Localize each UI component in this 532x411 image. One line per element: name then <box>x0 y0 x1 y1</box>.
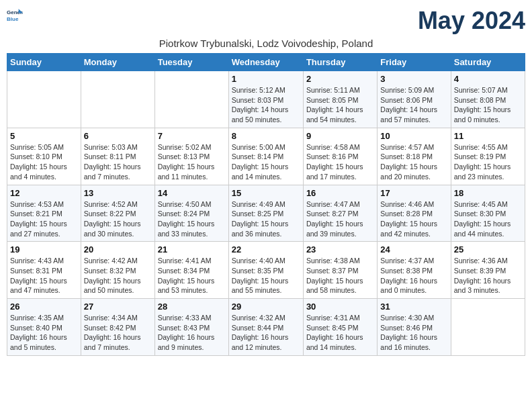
day-info: Sunrise: 4:50 AM Sunset: 8:24 PM Dayligh… <box>158 199 226 239</box>
day-number: 28 <box>158 302 226 312</box>
day-number: 6 <box>84 131 152 141</box>
day-number: 29 <box>232 302 300 312</box>
day-number: 12 <box>10 188 78 198</box>
calendar-table: SundayMondayTuesdayWednesdayThursdayFrid… <box>7 53 525 356</box>
day-number: 24 <box>380 244 447 255</box>
day-number: 19 <box>10 244 78 255</box>
title-section: May 2024 <box>418 7 525 35</box>
weekday-header: Friday <box>378 54 451 71</box>
calendar-cell: 25Sunrise: 4:36 AM Sunset: 8:39 PM Dayli… <box>451 242 525 299</box>
calendar-cell: 22Sunrise: 4:40 AM Sunset: 8:35 PM Dayli… <box>228 242 303 299</box>
day-number: 14 <box>158 188 226 198</box>
day-info: Sunrise: 4:46 AM Sunset: 8:28 PM Dayligh… <box>380 199 447 239</box>
day-info: Sunrise: 5:05 AM Sunset: 8:10 PM Dayligh… <box>10 142 78 182</box>
weekday-header: Tuesday <box>154 54 228 71</box>
day-number: 9 <box>306 131 374 141</box>
calendar-cell: 17Sunrise: 4:46 AM Sunset: 8:28 PM Dayli… <box>378 185 451 242</box>
day-info: Sunrise: 4:57 AM Sunset: 8:18 PM Dayligh… <box>380 142 447 182</box>
calendar-cell: 9Sunrise: 4:58 AM Sunset: 8:16 PM Daylig… <box>303 128 377 185</box>
day-number: 7 <box>158 131 226 141</box>
calendar-cell: 21Sunrise: 4:41 AM Sunset: 8:34 PM Dayli… <box>154 242 228 299</box>
day-info: Sunrise: 5:00 AM Sunset: 8:14 PM Dayligh… <box>232 142 300 182</box>
calendar-cell: 18Sunrise: 4:45 AM Sunset: 8:30 PM Dayli… <box>451 185 525 242</box>
day-number: 25 <box>454 244 522 255</box>
day-number: 4 <box>454 74 522 84</box>
day-info: Sunrise: 4:41 AM Sunset: 8:34 PM Dayligh… <box>158 256 226 295</box>
month-title: May 2024 <box>418 7 525 35</box>
calendar-cell <box>451 299 525 356</box>
calendar-cell: 1Sunrise: 5:12 AM Sunset: 8:03 PM Daylig… <box>228 71 303 128</box>
calendar-cell <box>154 71 228 128</box>
calendar-cell: 8Sunrise: 5:00 AM Sunset: 8:14 PM Daylig… <box>228 128 303 185</box>
day-info: Sunrise: 4:45 AM Sunset: 8:30 PM Dayligh… <box>454 199 522 239</box>
calendar-cell: 14Sunrise: 4:50 AM Sunset: 8:24 PM Dayli… <box>154 185 228 242</box>
day-number: 22 <box>232 244 300 255</box>
logo-icon: General Blue <box>7 7 23 23</box>
calendar-cell: 30Sunrise: 4:31 AM Sunset: 8:45 PM Dayli… <box>303 299 377 356</box>
day-number: 3 <box>380 74 447 84</box>
calendar-cell <box>81 71 154 128</box>
weekday-header: Thursday <box>303 54 377 71</box>
day-info: Sunrise: 4:49 AM Sunset: 8:25 PM Dayligh… <box>232 199 300 239</box>
day-info: Sunrise: 4:55 AM Sunset: 8:19 PM Dayligh… <box>454 142 522 182</box>
weekday-header: Wednesday <box>228 54 303 71</box>
day-number: 20 <box>84 244 152 255</box>
calendar-week-row: 5Sunrise: 5:05 AM Sunset: 8:10 PM Daylig… <box>7 128 525 185</box>
day-info: Sunrise: 4:31 AM Sunset: 8:45 PM Dayligh… <box>306 313 374 353</box>
day-info: Sunrise: 5:02 AM Sunset: 8:13 PM Dayligh… <box>158 142 226 182</box>
calendar-cell: 2Sunrise: 5:11 AM Sunset: 8:05 PM Daylig… <box>303 71 377 128</box>
day-info: Sunrise: 4:58 AM Sunset: 8:16 PM Dayligh… <box>306 142 374 182</box>
calendar-cell: 15Sunrise: 4:49 AM Sunset: 8:25 PM Dayli… <box>228 185 303 242</box>
calendar-cell: 26Sunrise: 4:35 AM Sunset: 8:40 PM Dayli… <box>7 299 81 356</box>
calendar-cell: 13Sunrise: 4:52 AM Sunset: 8:22 PM Dayli… <box>81 185 154 242</box>
day-info: Sunrise: 4:40 AM Sunset: 8:35 PM Dayligh… <box>232 256 300 295</box>
weekday-header-row: SundayMondayTuesdayWednesdayThursdayFrid… <box>7 54 525 71</box>
calendar-cell: 20Sunrise: 4:42 AM Sunset: 8:32 PM Dayli… <box>81 242 154 299</box>
day-info: Sunrise: 4:34 AM Sunset: 8:42 PM Dayligh… <box>84 313 152 353</box>
calendar-week-row: 26Sunrise: 4:35 AM Sunset: 8:40 PM Dayli… <box>7 299 525 356</box>
day-info: Sunrise: 4:53 AM Sunset: 8:21 PM Dayligh… <box>10 199 78 239</box>
weekday-header: Monday <box>81 54 154 71</box>
day-number: 16 <box>306 188 374 198</box>
day-info: Sunrise: 4:47 AM Sunset: 8:27 PM Dayligh… <box>306 199 374 239</box>
day-number: 5 <box>10 131 78 141</box>
calendar-cell: 23Sunrise: 4:38 AM Sunset: 8:37 PM Dayli… <box>303 242 377 299</box>
calendar-cell: 28Sunrise: 4:33 AM Sunset: 8:43 PM Dayli… <box>154 299 228 356</box>
day-info: Sunrise: 5:12 AM Sunset: 8:03 PM Dayligh… <box>232 85 300 125</box>
day-info: Sunrise: 4:43 AM Sunset: 8:31 PM Dayligh… <box>10 256 78 295</box>
weekday-header: Sunday <box>7 54 81 71</box>
calendar-cell: 24Sunrise: 4:37 AM Sunset: 8:38 PM Dayli… <box>378 242 451 299</box>
day-info: Sunrise: 4:30 AM Sunset: 8:46 PM Dayligh… <box>380 313 447 353</box>
calendar-week-row: 1Sunrise: 5:12 AM Sunset: 8:03 PM Daylig… <box>7 71 525 128</box>
day-info: Sunrise: 5:03 AM Sunset: 8:11 PM Dayligh… <box>84 142 152 182</box>
day-info: Sunrise: 4:42 AM Sunset: 8:32 PM Dayligh… <box>84 256 152 295</box>
day-info: Sunrise: 4:35 AM Sunset: 8:40 PM Dayligh… <box>10 313 78 353</box>
calendar-cell <box>7 71 81 128</box>
calendar-cell: 31Sunrise: 4:30 AM Sunset: 8:46 PM Dayli… <box>378 299 451 356</box>
day-number: 11 <box>454 131 522 141</box>
calendar-cell: 6Sunrise: 5:03 AM Sunset: 8:11 PM Daylig… <box>81 128 154 185</box>
location-title: Piotrkow Trybunalski, Lodz Voivodeship, … <box>7 38 525 49</box>
day-info: Sunrise: 4:33 AM Sunset: 8:43 PM Dayligh… <box>158 313 226 353</box>
weekday-header: Saturday <box>451 54 525 71</box>
day-info: Sunrise: 5:11 AM Sunset: 8:05 PM Dayligh… <box>306 85 374 125</box>
day-number: 2 <box>306 74 374 84</box>
calendar-cell: 19Sunrise: 4:43 AM Sunset: 8:31 PM Dayli… <box>7 242 81 299</box>
day-info: Sunrise: 5:07 AM Sunset: 8:08 PM Dayligh… <box>454 85 522 125</box>
calendar-cell: 12Sunrise: 4:53 AM Sunset: 8:21 PM Dayli… <box>7 185 81 242</box>
day-info: Sunrise: 4:38 AM Sunset: 8:37 PM Dayligh… <box>306 256 374 295</box>
calendar-cell: 27Sunrise: 4:34 AM Sunset: 8:42 PM Dayli… <box>81 299 154 356</box>
day-number: 26 <box>10 302 78 312</box>
calendar-cell: 29Sunrise: 4:32 AM Sunset: 8:44 PM Dayli… <box>228 299 303 356</box>
calendar-week-row: 19Sunrise: 4:43 AM Sunset: 8:31 PM Dayli… <box>7 242 525 299</box>
calendar-cell: 11Sunrise: 4:55 AM Sunset: 8:19 PM Dayli… <box>451 128 525 185</box>
day-number: 8 <box>232 131 300 141</box>
day-number: 13 <box>84 188 152 198</box>
day-number: 31 <box>380 302 447 312</box>
day-info: Sunrise: 4:36 AM Sunset: 8:39 PM Dayligh… <box>454 256 522 295</box>
page-header: General Blue May 2024 <box>7 7 525 35</box>
day-info: Sunrise: 4:52 AM Sunset: 8:22 PM Dayligh… <box>84 199 152 239</box>
day-number: 23 <box>306 244 374 255</box>
day-number: 17 <box>380 188 447 198</box>
day-number: 1 <box>232 74 300 84</box>
